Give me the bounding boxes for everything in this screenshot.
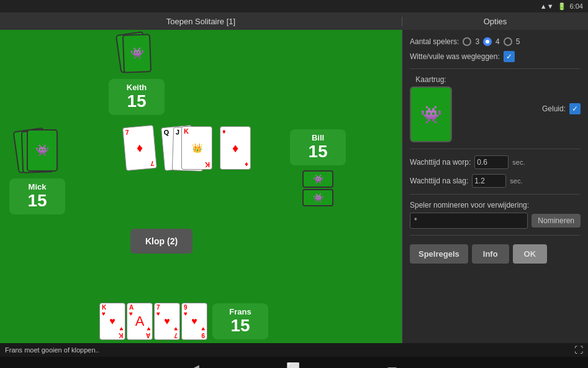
klop-button[interactable]: Klop (2) bbox=[130, 229, 192, 254]
wachttijd-slag-input[interactable] bbox=[472, 174, 506, 188]
radio-group-3[interactable]: 3 bbox=[463, 37, 479, 46]
bill-card-2: 👾 bbox=[302, 189, 333, 206]
info-button[interactable]: Info bbox=[472, 244, 509, 264]
wachttijd-slag-label: Wachttijd na slag: bbox=[410, 177, 468, 185]
bill-area: Bill 15 👾 👾 bbox=[290, 129, 346, 206]
frans-name: Frans bbox=[221, 307, 260, 316]
wachttijd-worp-label: Wachttijd na worp: bbox=[410, 158, 471, 167]
kaartrug-preview[interactable]: 👾 bbox=[410, 86, 452, 142]
frans-area: K♥ ♥ K♥ A♥ A A♥ 7♥ ♥ 7♥ 9♥ bbox=[99, 303, 268, 340]
frans-score-box: Frans 15 bbox=[212, 303, 268, 339]
mick-card-3: 👾 bbox=[27, 129, 58, 172]
radio-3-label: 3 bbox=[475, 37, 479, 46]
kaartrug-label: Kaartrug: bbox=[415, 75, 446, 84]
mick-area: 👾 👾 👾 Mick 15 bbox=[9, 129, 65, 214]
keith-score-box: Keith 15 bbox=[109, 79, 165, 115]
title-bar: Toepen Solitaire [1] Opties bbox=[0, 12, 588, 30]
witte-vuile-label: Witte/vuile was wegleggen: bbox=[410, 52, 500, 61]
wachttijd-worp-input[interactable] bbox=[474, 155, 509, 169]
radio-4-label: 4 bbox=[495, 37, 500, 46]
status-time: 6:04 bbox=[570, 2, 583, 10]
divider-1 bbox=[410, 68, 581, 69]
nomineren-row: Nomineren bbox=[410, 213, 581, 229]
divider-2 bbox=[410, 149, 581, 149]
bill-name: Bill bbox=[299, 133, 337, 142]
keith-name: Keith bbox=[117, 83, 156, 92]
geluid-section: Geluid: ✓ bbox=[542, 103, 581, 114]
frans-card-7: 7♥ ♥ 7♥ bbox=[154, 303, 180, 340]
bill-score: 15 bbox=[299, 142, 337, 162]
nav-back-button[interactable]: ◀ bbox=[184, 359, 206, 368]
frans-card-9: 9♥ ♥ 9♥ bbox=[181, 303, 207, 340]
keith-score: 15 bbox=[117, 92, 156, 111]
nav-bar: ◀ ⬜ ▭ bbox=[0, 357, 588, 368]
mick-score-box: Mick 15 bbox=[9, 178, 65, 214]
game-area: 👾 👾 Keith 15 👾 👾 👾 Mick 15 bbox=[0, 30, 402, 343]
geluid-row: Geluid: ✓ bbox=[542, 103, 581, 114]
witte-vuile-checkbox[interactable]: ✓ bbox=[504, 51, 515, 62]
frans-cards: K♥ ♥ K♥ A♥ A A♥ 7♥ ♥ 7♥ 9♥ bbox=[99, 303, 207, 340]
nomineren-label: Speler nomineren voor verwijdering: bbox=[410, 201, 581, 209]
options-title: Opties bbox=[402, 17, 588, 26]
frans-score: 15 bbox=[221, 316, 260, 336]
nomineren-input[interactable] bbox=[410, 213, 528, 229]
nav-recent-button[interactable]: ▭ bbox=[381, 359, 404, 368]
center-face-cards: Q 👸 Q J 🤴 J K 👑 K bbox=[163, 126, 212, 175]
center-card-7d: 7 ♦ 7 bbox=[122, 125, 157, 171]
game-title: Toepen Solitaire [1] bbox=[0, 17, 402, 26]
witte-vuile-row: Witte/vuile was wegleggen: ✓ bbox=[410, 51, 581, 62]
nomineren-section: Speler nomineren voor verwijdering: Nomi… bbox=[410, 201, 581, 229]
options-panel: Aantal spelers: 3 4 5 Witte/vuile was we… bbox=[402, 30, 588, 343]
center-cards: 7 ♦ 7 Q 👸 Q J 🤴 J K 👑 bbox=[124, 126, 251, 175]
status-bar: ▲▼ 🔋 6:04 bbox=[0, 0, 588, 12]
aantal-spelers-row: Aantal spelers: 3 4 5 bbox=[410, 37, 581, 46]
radio-5[interactable] bbox=[504, 37, 512, 46]
bill-cards: 👾 👾 bbox=[302, 170, 333, 206]
bottom-status: Frans moet gooien of kloppen.. ⛶ bbox=[0, 343, 588, 357]
kaartrug-section: Kaartrug: 👾 bbox=[410, 75, 452, 142]
wachttijd-slag-sec: sec. bbox=[510, 177, 522, 185]
center-card-diamond: ♦ ♦ ♦ bbox=[220, 126, 251, 170]
center-card-extra: K 👑 K bbox=[181, 126, 212, 170]
radio-4[interactable] bbox=[483, 37, 492, 46]
radio-5-label: 5 bbox=[516, 37, 520, 46]
mick-name: Mick bbox=[18, 182, 57, 191]
main-content: 👾 👾 Keith 15 👾 👾 👾 Mick 15 bbox=[0, 30, 588, 343]
bill-score-box: Bill 15 bbox=[290, 129, 346, 165]
wachttijd-worp-sec: sec. bbox=[512, 159, 525, 166]
wachttijd-slag-row: Wachttijd na slag: sec. bbox=[410, 174, 581, 188]
fullscreen-button[interactable]: ⛶ bbox=[574, 345, 583, 355]
ok-button[interactable]: OK bbox=[513, 244, 548, 264]
mick-score: 15 bbox=[18, 191, 57, 211]
kaartrug-geluid-row: Kaartrug: 👾 Geluid: ✓ bbox=[410, 75, 581, 142]
bill-card-1: 👾 bbox=[302, 170, 333, 188]
aantal-spelers-label: Aantal spelers: bbox=[410, 37, 459, 46]
frans-card-a: A♥ A A♥ bbox=[127, 303, 153, 340]
status-message: Frans moet gooien of kloppen.. bbox=[5, 346, 99, 354]
keith-cards: 👾 👾 bbox=[118, 33, 155, 76]
frans-card-k: K♥ ♥ K♥ bbox=[99, 303, 125, 340]
status-signal: ▲▼ bbox=[540, 2, 554, 10]
geluid-checkbox[interactable]: ✓ bbox=[569, 103, 581, 114]
action-buttons: Spelregels Info OK bbox=[410, 244, 581, 264]
nav-home-button[interactable]: ⬜ bbox=[280, 359, 306, 368]
keith-card-2: 👾 bbox=[122, 34, 152, 73]
keith-area: 👾 👾 Keith 15 bbox=[109, 33, 165, 115]
nomineren-button[interactable]: Nomineren bbox=[531, 214, 581, 228]
radio-group-5[interactable]: 5 bbox=[504, 37, 520, 46]
divider-4 bbox=[410, 235, 581, 236]
wachttijd-worp-row: Wachttijd na worp: sec. bbox=[410, 155, 581, 169]
geluid-label: Geluid: bbox=[542, 104, 566, 113]
status-battery: 🔋 bbox=[558, 2, 566, 11]
spelregels-button[interactable]: Spelregels bbox=[410, 244, 468, 264]
divider-3 bbox=[410, 194, 581, 195]
center-card-stack: 7 ♦ 7 bbox=[124, 126, 160, 173]
radio-group-4[interactable]: 4 bbox=[483, 37, 500, 46]
radio-3[interactable] bbox=[463, 37, 471, 46]
